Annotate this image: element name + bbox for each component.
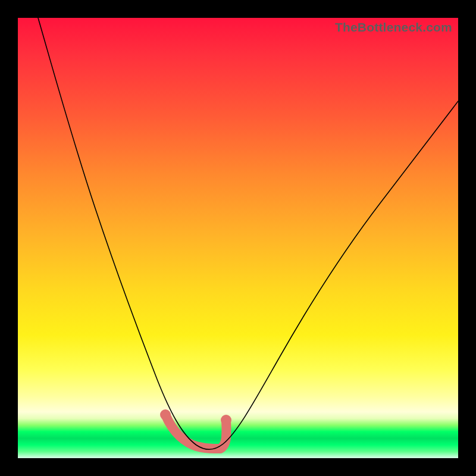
highlight-dot-right: [221, 415, 231, 425]
plot-area: TheBottleneck.com: [18, 18, 458, 458]
chart-frame: TheBottleneck.com: [0, 0, 476, 476]
bottleneck-curve: [38, 18, 458, 449]
curve-layer: [18, 18, 458, 458]
highlight-path: [165, 415, 227, 449]
highlight-band: [160, 409, 231, 449]
